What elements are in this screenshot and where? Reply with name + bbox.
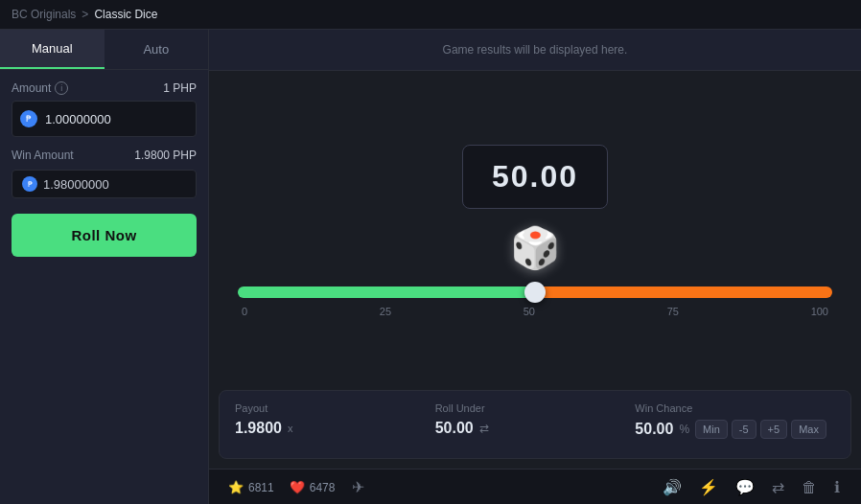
amount-input-group: ₱ /2 x2 ▲ ▼: [12, 101, 197, 137]
tabs-container: Manual Auto: [0, 30, 208, 70]
share-icon-button[interactable]: ✈: [350, 476, 366, 498]
bottom-bar: ⭐ 6811 ❤️ 6478 ✈ 🔊 ⚡ 💬 ⇄ 🗑 ℹ: [209, 469, 861, 504]
win-display: ₱ 1.98000000: [12, 170, 197, 198]
results-bar: Game results will be displayed here.: [209, 30, 861, 71]
stars-stat: ⭐ 6811: [228, 480, 274, 494]
payout-value-row: 1.9800 x: [235, 420, 435, 437]
minus5-button[interactable]: -5: [732, 420, 756, 439]
breadcrumb-separator: >: [81, 8, 88, 21]
slider-label-75: 75: [667, 306, 679, 317]
right-panel: Game results will be displayed here. 50.…: [209, 30, 861, 504]
info-button[interactable]: ℹ: [832, 476, 842, 498]
max-button[interactable]: Max: [791, 420, 826, 439]
left-panel: Manual Auto Amount i 1 PHP ₱ /2 x2 ▲ ▼: [0, 30, 209, 504]
breadcrumb: BC Originals > Classic Dice: [0, 0, 861, 30]
slider-area: 0 25 50 75 100: [228, 286, 842, 317]
win-chance-value-row: 50.00 % Min -5 +5 Max: [635, 420, 835, 439]
win-chance-header: Win Chance: [635, 402, 835, 414]
volume-button[interactable]: 🔊: [661, 476, 684, 498]
amount-info-icon[interactable]: i: [55, 81, 68, 95]
win-amount-label: Win Amount: [12, 149, 74, 162]
slider-labels: 0 25 50 75 100: [238, 306, 832, 317]
stats-headers: Payout 1.9800 x Roll Under 50.00 ⇄ Win C…: [235, 402, 835, 439]
breadcrumb-parent[interactable]: BC Originals: [12, 8, 76, 21]
payout-header: Payout: [235, 402, 435, 414]
tab-auto[interactable]: Auto: [105, 30, 209, 69]
amount-row: Amount i 1 PHP: [12, 81, 197, 95]
breadcrumb-current: Classic Dice: [94, 8, 157, 21]
slider-label-25: 25: [380, 306, 391, 317]
bottom-right-icons: 🔊 ⚡ 💬 ⇄ 🗑 ℹ: [661, 476, 842, 498]
win-display-value: 1.98000000: [43, 177, 109, 192]
hearts-count: 6478: [310, 481, 336, 494]
min-button[interactable]: Min: [695, 420, 728, 439]
slider-label-50: 50: [524, 306, 535, 317]
slider-label-0: 0: [242, 306, 247, 317]
payout-value: 1.9800: [235, 420, 282, 437]
amount-value: 1 PHP: [163, 81, 197, 95]
win-chance-col: Win Chance 50.00 % Min -5 +5 Max: [635, 402, 835, 439]
heart-icon: ❤️: [290, 480, 305, 494]
slider-thumb[interactable]: [524, 282, 546, 303]
score-display: 50.00: [462, 145, 608, 209]
star-icon: ⭐: [228, 480, 244, 494]
results-text: Game results will be displayed here.: [443, 43, 628, 57]
stat-controls: Min -5 +5 Max: [695, 420, 826, 439]
payout-unit: x: [288, 423, 293, 434]
amount-input[interactable]: [37, 104, 197, 134]
form-area: Amount i 1 PHP ₱ /2 x2 ▲ ▼ Win Amount 1.…: [0, 70, 208, 504]
lightning-button[interactable]: ⚡: [697, 476, 720, 498]
win-chance-value: 50.00: [635, 421, 673, 438]
trash-button[interactable]: 🗑: [800, 477, 819, 498]
dice-icon: 🎲: [510, 224, 560, 271]
roll-under-value-row: 50.00 ⇄: [435, 420, 636, 437]
game-area: 50.00 🎲 0 25 50 75 100: [209, 71, 861, 390]
slider-track[interactable]: [238, 286, 832, 298]
slider-label-100: 100: [811, 306, 828, 317]
win-coin-icon: ₱: [22, 176, 37, 192]
hearts-stat: ❤️ 6478: [290, 480, 336, 494]
amount-label: Amount i: [12, 81, 68, 95]
score-value: 50.00: [492, 159, 578, 194]
win-amount-row: Win Amount 1.9800 PHP: [12, 149, 197, 162]
roll-under-header: Roll Under: [435, 402, 636, 414]
roll-under-value: 50.00: [435, 420, 474, 437]
tab-manual[interactable]: Manual: [0, 30, 105, 69]
roll-now-button[interactable]: Roll Now: [12, 214, 197, 257]
chat-button[interactable]: 💬: [733, 476, 756, 498]
win-amount-value: 1.9800 PHP: [134, 149, 197, 162]
exchange-icon[interactable]: ⇄: [479, 422, 489, 435]
stars-count: 6811: [248, 481, 274, 494]
coin-icon: ₱: [20, 110, 37, 127]
stats-area: Payout 1.9800 x Roll Under 50.00 ⇄ Win C…: [219, 390, 851, 459]
payout-col: Payout 1.9800 x: [235, 402, 435, 439]
plus5-button[interactable]: +5: [760, 420, 788, 439]
percent-icon: %: [679, 423, 689, 436]
arrows-button[interactable]: ⇄: [770, 476, 786, 498]
roll-under-col: Roll Under 50.00 ⇄: [435, 402, 636, 439]
